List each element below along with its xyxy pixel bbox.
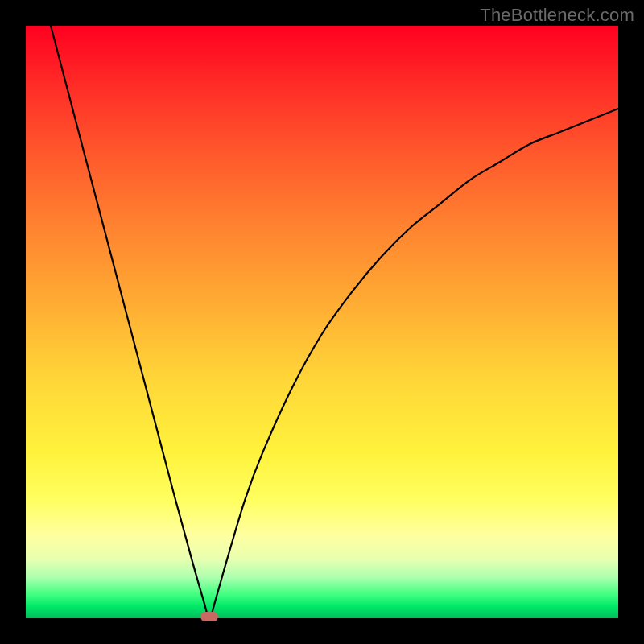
chart-frame: TheBottleneck.com [0, 0, 644, 644]
plot-area [26, 26, 618, 618]
curve-path [26, 0, 618, 618]
bottleneck-curve [26, 26, 618, 618]
minimum-marker [200, 612, 218, 621]
watermark-text: TheBottleneck.com [480, 5, 634, 26]
